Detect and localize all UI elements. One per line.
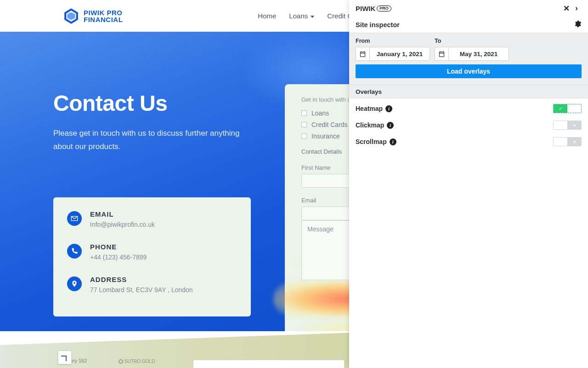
inspector-panel: PIWIK PRO ✕ › Site inspector From Januar…	[349, 0, 588, 368]
info-icon[interactable]: i	[390, 138, 396, 145]
message-placeholder: Message	[307, 225, 334, 233]
label-cc: Credit Cards	[311, 121, 348, 128]
overlay-name: Heatmap	[356, 105, 383, 112]
site-logo[interactable]: PIWIK PRO FINANCIAL	[63, 8, 123, 24]
map-search-box[interactable]	[193, 360, 345, 368]
panel-title-bar: Site inspector	[349, 17, 588, 33]
pin-icon	[67, 276, 82, 291]
contact-info-card: EMAIL Info@piwikprofin.co.uk PHONE +44 (…	[53, 197, 251, 316]
hero-content: Contact Us Please get in touch with us t…	[53, 91, 251, 154]
phone-icon	[67, 244, 82, 259]
toggle-heatmap[interactable]	[553, 104, 582, 113]
overlay-name: Scrollmap	[356, 138, 387, 145]
toggle-clickmap[interactable]	[553, 121, 582, 130]
to-date-input[interactable]: May 31, 2021	[435, 47, 509, 61]
label-insurance: Insurance	[311, 132, 339, 140]
x-icon	[567, 121, 581, 129]
nav-home[interactable]: Home	[258, 12, 276, 20]
map-label: SUTRO GOLD	[119, 359, 155, 364]
overlay-name: Clickmap	[356, 121, 384, 129]
svg-marker-1	[68, 12, 75, 20]
overlay-row-scrollmap: Scrollmap i	[356, 137, 582, 146]
map-expand-button[interactable]	[58, 351, 72, 364]
info-email: EMAIL Info@piwikprofin.co.uk	[67, 210, 237, 228]
calendar-icon	[356, 47, 370, 60]
check-icon	[554, 104, 567, 113]
info-phone: PHONE +44 (123) 456-7899	[67, 243, 237, 261]
panel-brand: PIWIK PRO	[356, 5, 391, 12]
info-icon[interactable]: i	[387, 122, 394, 129]
from-date-input[interactable]: January 1, 2021	[356, 47, 430, 61]
checkbox-loans[interactable]	[301, 110, 307, 116]
to-date-value: May 31, 2021	[449, 51, 509, 58]
calendar-icon	[435, 47, 449, 60]
email-value: Info@piwikprofin.co.uk	[90, 221, 155, 228]
address-value: 77 Lombard St, EC3V 9AY , London	[90, 286, 193, 293]
x-icon	[567, 138, 581, 146]
overlay-row-clickmap: Clickmap i	[356, 121, 582, 130]
to-date: To May 31, 2021	[435, 38, 509, 61]
chevron-right-icon[interactable]: ›	[571, 3, 582, 13]
page-title: Contact Us	[53, 91, 251, 116]
address-heading: ADDRESS	[90, 276, 193, 283]
to-label: To	[435, 38, 509, 44]
brand-badge: PRO	[377, 6, 391, 12]
overlay-row-heatmap: Heatmap i	[356, 104, 582, 113]
from-label: From	[356, 38, 430, 44]
nav-loans[interactable]: Loans	[289, 12, 314, 20]
brand-main: PIWIK	[356, 5, 375, 12]
load-overlays-button[interactable]: Load overlays	[356, 64, 582, 78]
page-subtitle: Please get in touch with us to discuss f…	[53, 127, 246, 154]
logo-mark-icon	[63, 8, 79, 24]
brand-line1: PIWIK PRO	[84, 9, 123, 16]
info-address: ADDRESS 77 Lombard St, EC3V 9AY , London	[67, 276, 237, 293]
overlays-header: Overlays	[349, 85, 588, 98]
checkbox-cc[interactable]	[301, 122, 307, 127]
overlay-list: Heatmap i Clickmap i Scrollmap i	[349, 100, 588, 150]
email-heading: EMAIL	[90, 210, 155, 218]
brand-line2: FINANCIAL	[84, 16, 123, 23]
date-range-bar: From January 1, 2021 To May 31, 2021	[349, 33, 588, 85]
info-icon[interactable]: i	[385, 105, 392, 112]
panel-title: Site inspector	[356, 21, 400, 29]
phone-value: +44 (123) 456-7899	[90, 253, 147, 261]
close-icon[interactable]: ✕	[561, 3, 571, 13]
gear-icon[interactable]	[573, 20, 582, 29]
toggle-scrollmap[interactable]	[553, 137, 582, 146]
from-date-value: January 1, 2021	[370, 51, 430, 58]
panel-top-bar: PIWIK PRO ✕ ›	[349, 0, 588, 17]
mail-icon	[67, 211, 82, 226]
label-loans: Loans	[311, 109, 329, 117]
from-date: From January 1, 2021	[356, 38, 430, 61]
checkbox-insurance[interactable]	[301, 133, 307, 139]
phone-heading: PHONE	[90, 243, 147, 251]
logo-text: PIWIK PRO FINANCIAL	[84, 9, 123, 23]
